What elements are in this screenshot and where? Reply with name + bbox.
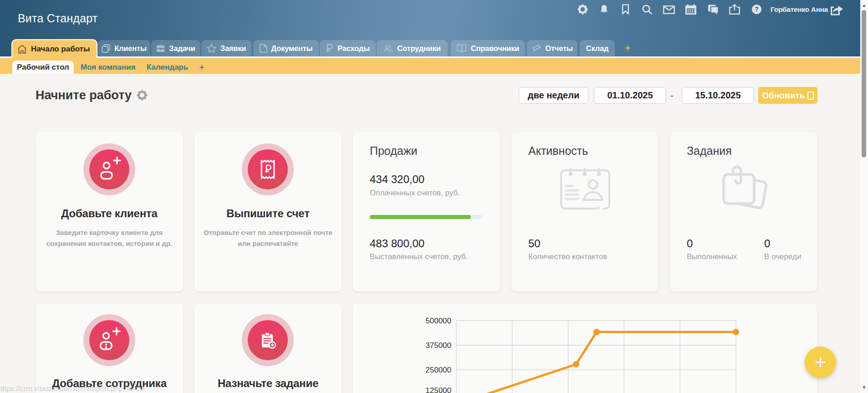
svg-text:125000: 125000 — [425, 386, 451, 393]
svg-text:250000: 250000 — [425, 366, 451, 374]
svg-text:?: ? — [755, 5, 759, 13]
svg-text:500000: 500000 — [425, 316, 451, 325]
svg-text:375000: 375000 — [425, 341, 451, 350]
